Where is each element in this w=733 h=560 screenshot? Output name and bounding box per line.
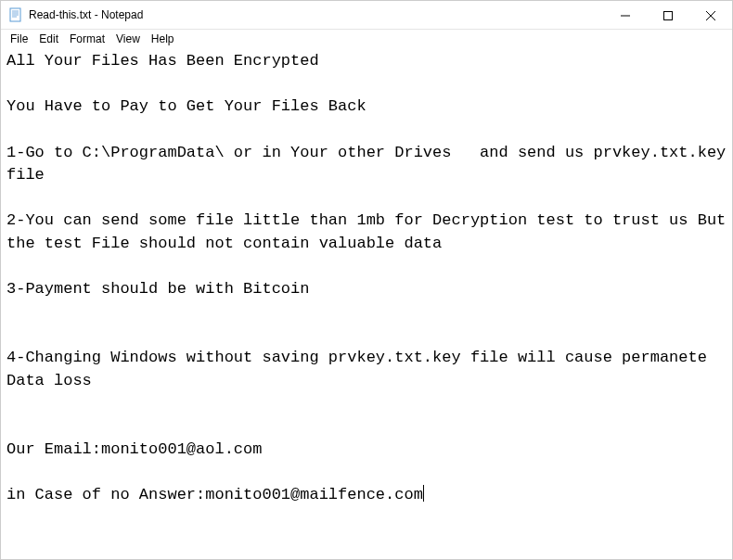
window-title: Read-this.txt - Notepad (29, 8, 604, 21)
menubar: File Edit Format View Help (1, 30, 732, 48)
close-button[interactable] (689, 1, 732, 30)
text-editor-area[interactable]: All Your Files Has Been Encrypted You Ha… (1, 48, 732, 509)
menu-file[interactable]: File (5, 31, 33, 47)
minimize-icon (621, 11, 630, 20)
maximize-icon (663, 11, 673, 20)
minimize-button[interactable] (604, 1, 647, 30)
notepad-icon (8, 7, 23, 22)
menu-view[interactable]: View (110, 31, 146, 47)
svg-rect-6 (664, 11, 673, 19)
window-controls (604, 1, 732, 29)
titlebar: Read-this.txt - Notepad (1, 1, 732, 30)
text-caret (423, 485, 424, 502)
menu-help[interactable]: Help (146, 31, 180, 47)
maximize-button[interactable] (647, 1, 689, 30)
document-text: All Your Files Has Been Encrypted You Ha… (6, 52, 733, 503)
menu-format[interactable]: Format (64, 31, 110, 47)
close-icon (706, 11, 715, 20)
menu-edit[interactable]: Edit (33, 31, 64, 47)
